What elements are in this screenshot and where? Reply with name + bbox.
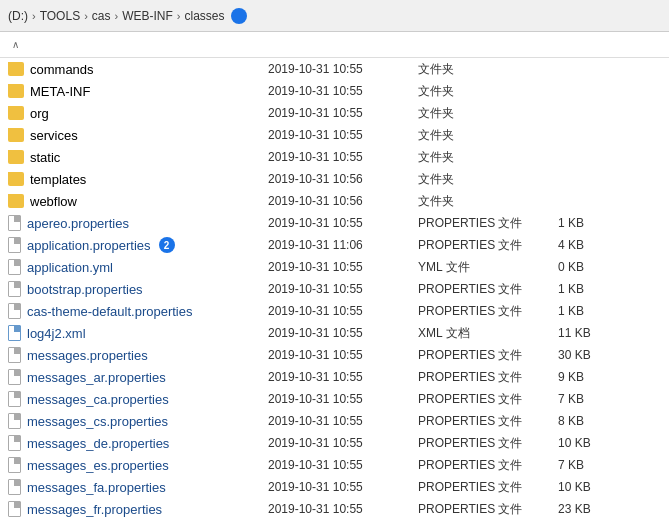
file-icon	[8, 435, 21, 451]
table-row[interactable]: commands 2019-10-31 10:55 文件夹	[0, 58, 669, 80]
file-date: 2019-10-31 10:55	[268, 128, 418, 142]
table-row[interactable]: apereo.properties 2019-10-31 10:55 PROPE…	[0, 212, 669, 234]
file-type: PROPERTIES 文件	[418, 413, 558, 430]
folder-icon	[8, 150, 24, 164]
table-row[interactable]: messages_fr.properties 2019-10-31 10:55 …	[0, 498, 669, 520]
table-row[interactable]: messages_ar.properties 2019-10-31 10:55 …	[0, 366, 669, 388]
table-row[interactable]: bootstrap.properties 2019-10-31 10:55 PR…	[0, 278, 669, 300]
file-type: PROPERTIES 文件	[418, 281, 558, 298]
breadcrumb: (D:) › TOOLS › cas › WEB-INF › classes	[0, 0, 669, 32]
file-type: 文件夹	[418, 193, 558, 210]
file-icon	[8, 237, 21, 253]
table-row[interactable]: cas-theme-default.properties 2019-10-31 …	[0, 300, 669, 322]
file-name-text: bootstrap.properties	[27, 282, 143, 297]
table-row[interactable]: messages.properties 2019-10-31 10:55 PRO…	[0, 344, 669, 366]
file-date: 2019-10-31 10:55	[268, 326, 418, 340]
file-date: 2019-10-31 10:55	[268, 282, 418, 296]
file-type: PROPERTIES 文件	[418, 501, 558, 518]
file-name-text: application.properties	[27, 238, 151, 253]
file-icon	[8, 347, 21, 363]
file-name-cell: META-INF	[8, 84, 268, 99]
file-name-cell: messages_es.properties	[8, 457, 268, 473]
file-date: 2019-10-31 10:55	[268, 106, 418, 120]
file-type: 文件夹	[418, 105, 558, 122]
file-type: PROPERTIES 文件	[418, 391, 558, 408]
table-row[interactable]: META-INF 2019-10-31 10:55 文件夹	[0, 80, 669, 102]
file-date: 2019-10-31 10:55	[268, 458, 418, 472]
file-size: 9 KB	[558, 370, 638, 384]
file-name-cell: application.properties 2	[8, 237, 268, 253]
file-date: 2019-10-31 10:55	[268, 84, 418, 98]
file-icon	[8, 479, 21, 495]
file-name-text: messages_cs.properties	[27, 414, 168, 429]
breadcrumb-cas[interactable]: cas	[92, 9, 111, 23]
file-date: 2019-10-31 10:55	[268, 370, 418, 384]
file-name-cell: messages_ar.properties	[8, 369, 268, 385]
file-size: 7 KB	[558, 458, 638, 472]
table-row[interactable]: templates 2019-10-31 10:56 文件夹	[0, 168, 669, 190]
file-date: 2019-10-31 10:56	[268, 172, 418, 186]
folder-icon	[8, 84, 24, 98]
file-size: 1 KB	[558, 304, 638, 318]
table-row[interactable]: messages_fa.properties 2019-10-31 10:55 …	[0, 476, 669, 498]
file-name-text: messages_de.properties	[27, 436, 169, 451]
file-size: 1 KB	[558, 216, 638, 230]
breadcrumb-classes[interactable]: classes	[185, 9, 225, 23]
breadcrumb-sep-3: ›	[115, 10, 119, 22]
table-row[interactable]: services 2019-10-31 10:55 文件夹	[0, 124, 669, 146]
file-date: 2019-10-31 10:55	[268, 502, 418, 516]
file-size: 10 KB	[558, 480, 638, 494]
file-name-text: messages_fa.properties	[27, 480, 166, 495]
file-date: 2019-10-31 10:55	[268, 392, 418, 406]
table-row[interactable]: messages_es.properties 2019-10-31 10:55 …	[0, 454, 669, 476]
breadcrumb-sep-4: ›	[177, 10, 181, 22]
table-row[interactable]: messages_de.properties 2019-10-31 10:55 …	[0, 432, 669, 454]
file-icon	[8, 457, 21, 473]
xml-file-icon	[8, 325, 21, 341]
file-name-text: org	[30, 106, 49, 121]
file-name-cell: messages_cs.properties	[8, 413, 268, 429]
file-name-text: messages_es.properties	[27, 458, 169, 473]
file-date: 2019-10-31 10:55	[268, 62, 418, 76]
file-name-cell: org	[8, 106, 268, 121]
breadcrumb-sep-2: ›	[84, 10, 88, 22]
breadcrumb-webinf[interactable]: WEB-INF	[122, 9, 173, 23]
file-icon	[8, 413, 21, 429]
file-name-text: messages_ar.properties	[27, 370, 166, 385]
file-name-cell: bootstrap.properties	[8, 281, 268, 297]
table-row[interactable]: messages_ca.properties 2019-10-31 10:55 …	[0, 388, 669, 410]
table-row[interactable]: org 2019-10-31 10:55 文件夹	[0, 102, 669, 124]
table-row[interactable]: messages_cs.properties 2019-10-31 10:55 …	[0, 410, 669, 432]
file-name-text: templates	[30, 172, 86, 187]
file-name-text: cas-theme-default.properties	[27, 304, 192, 319]
file-icon	[8, 391, 21, 407]
table-row[interactable]: log4j2.xml 2019-10-31 10:55 XML 文档 11 KB	[0, 322, 669, 344]
file-icon	[8, 281, 21, 297]
table-row[interactable]: webflow 2019-10-31 10:56 文件夹	[0, 190, 669, 212]
file-date: 2019-10-31 10:55	[268, 150, 418, 164]
breadcrumb-drive[interactable]: (D:)	[8, 9, 28, 23]
table-row[interactable]: application.yml 2019-10-31 10:55 YML 文件 …	[0, 256, 669, 278]
file-name-text: messages_ca.properties	[27, 392, 169, 407]
file-name-text: messages_fr.properties	[27, 502, 162, 517]
file-type: PROPERTIES 文件	[418, 237, 558, 254]
file-type: YML 文件	[418, 259, 558, 276]
file-icon	[8, 369, 21, 385]
folder-icon	[8, 128, 24, 142]
table-row[interactable]: static 2019-10-31 10:55 文件夹	[0, 146, 669, 168]
folder-icon	[8, 62, 24, 76]
folder-icon	[8, 106, 24, 120]
file-name-cell: apereo.properties	[8, 215, 268, 231]
file-size: 10 KB	[558, 436, 638, 450]
col-header-name[interactable]: ∧	[8, 39, 268, 50]
file-size: 30 KB	[558, 348, 638, 362]
file-name-text: application.yml	[27, 260, 113, 275]
table-row[interactable]: application.properties 2 2019-10-31 11:0…	[0, 234, 669, 256]
file-name-text: log4j2.xml	[27, 326, 86, 341]
breadcrumb-tools[interactable]: TOOLS	[40, 9, 80, 23]
file-name-cell: log4j2.xml	[8, 325, 268, 341]
file-size: 0 KB	[558, 260, 638, 274]
file-date: 2019-10-31 10:55	[268, 348, 418, 362]
folder-icon	[8, 172, 24, 186]
file-type: PROPERTIES 文件	[418, 347, 558, 364]
